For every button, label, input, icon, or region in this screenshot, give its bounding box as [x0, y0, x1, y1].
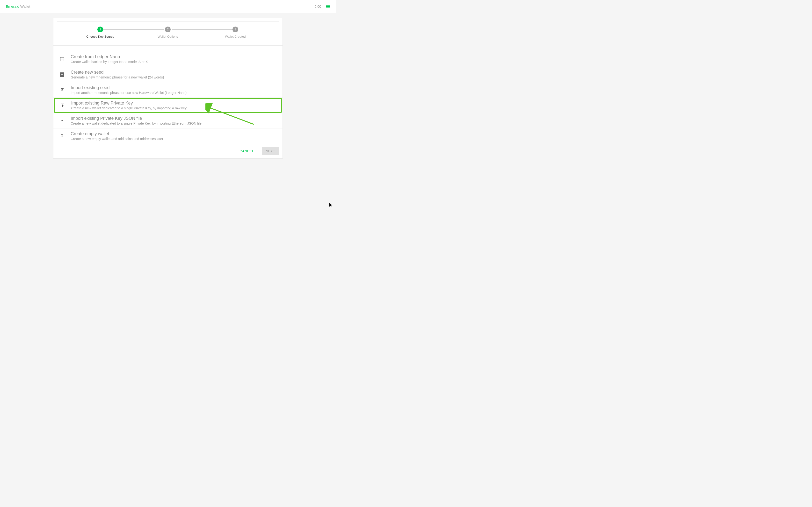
step-circle: 1: [97, 26, 103, 32]
option-text: Import existing Raw Private Key Create a…: [71, 101, 187, 110]
step-circle: 3: [233, 26, 238, 32]
option-import-seed[interactable]: Import existing seed Import another mnem…: [53, 82, 283, 98]
cancel-button[interactable]: CANCEL: [236, 147, 258, 155]
option-ledger-nano[interactable]: Create from Ledger Nano Create wallet ba…: [53, 51, 283, 67]
option-desc: Create a new wallet dedicated to a singl…: [71, 121, 202, 125]
step-label: Wallet Created: [225, 35, 246, 38]
import-icon: [60, 103, 65, 108]
step-1: 1 Choose Key Source: [67, 26, 134, 38]
plus-icon: [59, 72, 65, 77]
step-label: Choose Key Source: [86, 35, 114, 38]
option-text: Import existing seed Import another mnem…: [71, 85, 187, 95]
mouse-cursor: [329, 203, 333, 208]
balance-display: 0.00: [315, 5, 321, 8]
zero-icon: 0: [59, 133, 65, 139]
option-create-seed[interactable]: Create new seed Generate a new mnemonic …: [53, 67, 283, 82]
next-button[interactable]: NEXT: [262, 147, 279, 155]
logo-emerald-text: Emerald: [6, 4, 19, 8]
footer-buttons: CANCEL NEXT: [53, 144, 283, 158]
option-desc: Create wallet backed by Ledger Nano mode…: [71, 60, 148, 64]
stepper-container: 1 Choose Key Source 2 Wallet Options 3 W…: [57, 21, 279, 42]
key-source-options: Create from Ledger Nano Create wallet ba…: [53, 51, 283, 144]
option-title: Import existing seed: [71, 85, 187, 90]
app-logo: Emerald Wallet: [6, 4, 30, 8]
ledger-icon: [59, 56, 65, 62]
hamburger-menu-icon[interactable]: [326, 5, 330, 8]
option-text: Create new seed Generate a new mnemonic …: [71, 70, 164, 79]
stepper: 1 Choose Key Source 2 Wallet Options 3 W…: [67, 26, 269, 38]
import-icon: [59, 118, 65, 124]
option-import-json[interactable]: Import existing Private Key JSON file Cr…: [53, 113, 283, 128]
option-empty-wallet[interactable]: 0 Create empty wallet Create a new empty…: [53, 128, 283, 144]
step-2: 2 Wallet Options: [134, 26, 202, 38]
option-text: Create empty wallet Create a new empty w…: [71, 131, 163, 141]
app-header: Emerald Wallet 0.00: [0, 0, 336, 13]
option-text: Create from Ledger Nano Create wallet ba…: [71, 54, 148, 64]
content-wrapper: 1 Choose Key Source 2 Wallet Options 3 W…: [0, 13, 336, 159]
step-3: 3 Wallet Created: [202, 26, 269, 38]
option-import-raw-key[interactable]: Import existing Raw Private Key Create a…: [54, 98, 282, 113]
option-desc: Generate a new mnemonic phrase for a new…: [71, 75, 164, 79]
step-label: Wallet Options: [158, 35, 178, 38]
option-title: Import existing Raw Private Key: [71, 101, 187, 106]
header-right: 0.00: [315, 5, 330, 8]
option-title: Import existing Private Key JSON file: [71, 116, 202, 121]
option-title: Create empty wallet: [71, 131, 163, 136]
logo-wallet-text: Wallet: [19, 4, 30, 8]
import-icon: [59, 87, 65, 93]
option-text: Import existing Private Key JSON file Cr…: [71, 116, 202, 125]
option-desc: Create a new empty wallet and add coins …: [71, 137, 163, 141]
step-circle: 2: [165, 26, 170, 32]
option-title: Create from Ledger Nano: [71, 54, 148, 59]
divider: [53, 45, 283, 46]
option-desc: Import another mnemonic phrase or use ne…: [71, 91, 187, 95]
wizard-card: 1 Choose Key Source 2 Wallet Options 3 W…: [53, 18, 283, 159]
option-title: Create new seed: [71, 70, 164, 75]
option-desc: Create a new wallet dedicated to a singl…: [71, 106, 187, 110]
